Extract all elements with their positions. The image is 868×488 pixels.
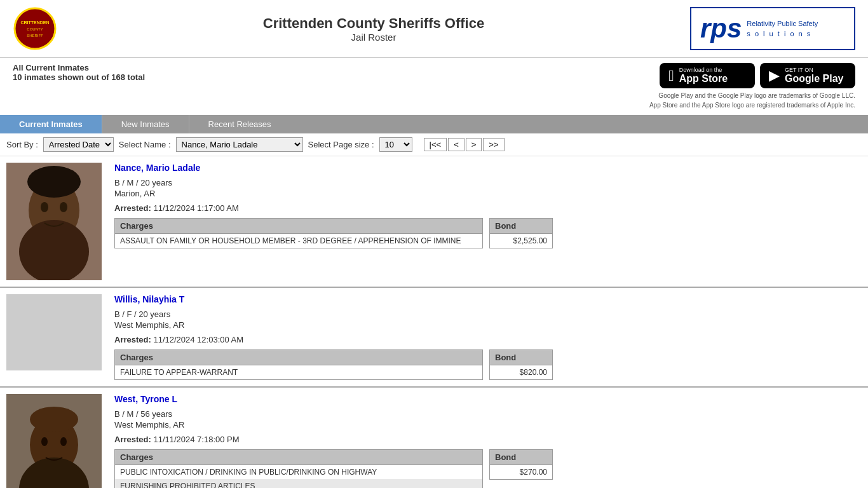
svg-point-7 bbox=[41, 202, 48, 212]
charges-bond-block: Charges PUBLIC INTOXICATION / DRINKING I… bbox=[114, 449, 862, 488]
charges-bond-block: Charges ASSAULT ON FAMILY OR HOUSEHOLD M… bbox=[114, 218, 862, 248]
charges-section: Charges ASSAULT ON FAMILY OR HOUSEHOLD M… bbox=[114, 218, 483, 248]
bond-body: $270.00 bbox=[489, 464, 553, 480]
inmate-name: West, Tyrone L bbox=[114, 394, 862, 404]
svg-text:CRITTENDEN: CRITTENDEN bbox=[20, 20, 49, 25]
inmate-info: Nance, Mario Ladale B / M / 20 years Mar… bbox=[114, 163, 862, 280]
arrested-label: Arrested: bbox=[114, 203, 151, 213]
charge-row: FAILURE TO APPEAR-WARRANT bbox=[115, 365, 482, 379]
svg-point-9 bbox=[27, 166, 81, 198]
sort-by-select[interactable]: Arrested Date Name bbox=[43, 137, 114, 152]
inmate-demographics: B / F / 20 years bbox=[114, 309, 862, 319]
app-store-button[interactable]:  Download on the App Store bbox=[660, 63, 755, 88]
select-page-size-label: Select Page size : bbox=[308, 140, 374, 149]
bond-section: Bond $270.00 bbox=[489, 449, 553, 488]
google-play-text: GET IT ON Google Play bbox=[785, 67, 843, 85]
svg-point-8 bbox=[60, 202, 67, 212]
google-play-icon: ▶ bbox=[769, 67, 780, 84]
inmate-list: Nance, Mario Ladale B / M / 20 years Mar… bbox=[0, 156, 868, 488]
app-download-block:  Download on the App Store ▶ GET IT ON … bbox=[649, 63, 855, 110]
svg-point-14 bbox=[60, 437, 67, 446]
sort-bar: Sort By : Arrested Date Name Select Name… bbox=[0, 133, 868, 156]
inmate-photo-placeholder bbox=[6, 294, 102, 370]
inmate-name: Nance, Mario Ladale bbox=[114, 163, 862, 173]
google-play-label-big: Google Play bbox=[785, 73, 843, 85]
inmate-photo bbox=[6, 394, 102, 488]
bond-header-cell: Bond bbox=[489, 449, 553, 464]
select-name-dropdown[interactable]: Nance, Mario Ladale bbox=[176, 137, 303, 152]
charges-body: PUBLIC INTOXICATION / DRINKING IN PUBLIC… bbox=[114, 464, 483, 488]
bond-section: Bond $2,525.00 bbox=[489, 218, 553, 248]
inmate-demographics: B / M / 56 years bbox=[114, 409, 862, 419]
table-row: Nance, Mario Ladale B / M / 20 years Mar… bbox=[0, 156, 868, 288]
table-row: Willis, Nilayhia T B / F / 20 years West… bbox=[0, 288, 868, 388]
app-store-label-small: Download on the bbox=[679, 67, 728, 73]
inmate-info: West, Tyrone L B / M / 56 years West Mem… bbox=[114, 394, 862, 488]
rps-logo-text: rps bbox=[700, 13, 742, 44]
tab-current-inmates[interactable]: Current Inmates bbox=[0, 115, 102, 133]
svg-text:COUNTY: COUNTY bbox=[27, 27, 43, 31]
pagination-next[interactable]: > bbox=[466, 138, 482, 151]
info-bar: All Current Inmates 10 inmates shown out… bbox=[0, 58, 868, 115]
google-play-button[interactable]: ▶ GET IT ON Google Play bbox=[760, 63, 855, 88]
inmate-count-detail: 10 inmates shown out of 168 total bbox=[13, 72, 145, 82]
svg-text:SHERIFF: SHERIFF bbox=[27, 34, 43, 37]
rps-logo-block: rps Relativity Public Safety s o l u t i… bbox=[690, 7, 855, 50]
svg-point-15 bbox=[30, 407, 78, 432]
table-row: West, Tyrone L B / M / 56 years West Mem… bbox=[0, 388, 868, 488]
nav-tabs: Current Inmates New Inmates Recent Relea… bbox=[0, 115, 868, 133]
charge-row: ASSAULT ON FAMILY OR HOUSEHOLD MEMBER - … bbox=[115, 234, 482, 248]
charges-header-cell: Charges bbox=[114, 349, 483, 365]
inmate-arrested: Arrested: 11/11/2024 7:18:00 PM bbox=[114, 435, 862, 444]
pagination-prev[interactable]: < bbox=[448, 138, 465, 151]
app-store-label-big: App Store bbox=[679, 73, 728, 85]
inmate-count-block: All Current Inmates 10 inmates shown out… bbox=[13, 63, 145, 82]
trademark-text: Google Play and the Google Play logo are… bbox=[649, 91, 855, 110]
bond-body: $820.00 bbox=[489, 365, 553, 380]
header: CRITTENDEN COUNTY SHERIFF Crittenden Cou… bbox=[0, 0, 868, 58]
pagination-last[interactable]: >> bbox=[483, 138, 504, 151]
office-title: Crittenden County Sheriffs Office bbox=[57, 15, 690, 32]
app-store-text: Download on the App Store bbox=[679, 67, 728, 85]
arrested-date: 11/12/2024 12:03:00 AM bbox=[153, 335, 243, 344]
inmate-arrested: Arrested: 11/12/2024 1:17:00 AM bbox=[114, 203, 862, 213]
charge-row: FURNISHING PROHIBITED ARTICLES bbox=[115, 479, 482, 488]
charges-header-cell: Charges bbox=[114, 218, 483, 233]
inmate-arrested: Arrested: 11/12/2024 12:03:00 AM bbox=[114, 335, 862, 344]
inmate-info: Willis, Nilayhia T B / F / 20 years West… bbox=[114, 294, 862, 380]
sort-by-label: Sort By : bbox=[6, 140, 38, 149]
header-title-block: Crittenden County Sheriffs Office Jail R… bbox=[57, 15, 690, 43]
arrested-date: 11/11/2024 7:18:00 PM bbox=[153, 435, 239, 444]
charges-bond-block: Charges FAILURE TO APPEAR-WARRANT Bond $… bbox=[114, 349, 862, 380]
bond-section: Bond $820.00 bbox=[489, 349, 553, 380]
charges-section: Charges FAILURE TO APPEAR-WARRANT bbox=[114, 349, 483, 380]
svg-point-13 bbox=[41, 437, 48, 446]
charges-body: FAILURE TO APPEAR-WARRANT bbox=[114, 365, 483, 380]
apple-icon:  bbox=[668, 67, 674, 85]
arrested-date: 11/12/2024 1:17:00 AM bbox=[153, 203, 238, 213]
inmate-photo bbox=[6, 163, 102, 280]
inmate-demographics: B / M / 20 years bbox=[114, 178, 862, 187]
rps-logo-subtitle: Relativity Public Safety s o l u t i o n… bbox=[747, 18, 818, 39]
pagination-first[interactable]: |<< bbox=[424, 138, 447, 151]
charges-section: Charges PUBLIC INTOXICATION / DRINKING I… bbox=[114, 449, 483, 488]
charges-body: ASSAULT ON FAMILY OR HOUSEHOLD MEMBER - … bbox=[114, 233, 483, 248]
pagination-controls: |<< < > >> bbox=[424, 138, 505, 151]
sheriff-badge: CRITTENDEN COUNTY SHERIFF bbox=[13, 6, 57, 51]
inmate-location: West Memphis, AR bbox=[114, 320, 862, 330]
page-size-select[interactable]: 10 25 50 100 bbox=[379, 137, 412, 152]
charges-header-cell: Charges bbox=[114, 449, 483, 464]
roster-subtitle: Jail Roster bbox=[57, 32, 690, 43]
app-store-buttons:  Download on the App Store ▶ GET IT ON … bbox=[660, 63, 855, 88]
google-play-label-small: GET IT ON bbox=[785, 67, 843, 73]
bond-body: $2,525.00 bbox=[489, 233, 553, 248]
charge-row: PUBLIC INTOXICATION / DRINKING IN PUBLIC… bbox=[115, 465, 482, 479]
select-name-label: Select Name : bbox=[119, 140, 171, 149]
bond-header-cell: Bond bbox=[489, 349, 553, 365]
arrested-label: Arrested: bbox=[114, 435, 151, 444]
tab-recent-releases[interactable]: Recent Releases bbox=[189, 115, 290, 133]
inmate-location: Marion, AR bbox=[114, 189, 862, 198]
all-current-inmates-label: All Current Inmates bbox=[13, 63, 145, 72]
tab-new-inmates[interactable]: New Inmates bbox=[102, 115, 189, 133]
inmate-location: West Memphis, AR bbox=[114, 420, 862, 430]
